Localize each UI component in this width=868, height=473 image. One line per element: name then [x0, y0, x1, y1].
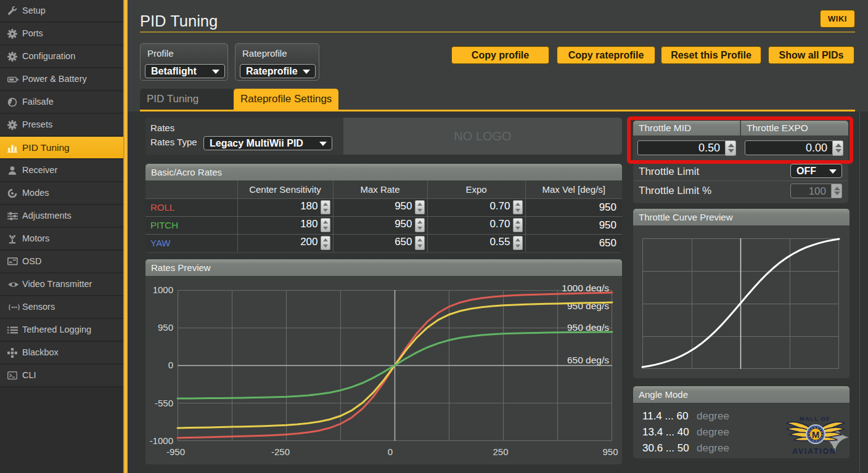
svg-text:-1000: -1000 [150, 435, 173, 446]
svg-text:0: 0 [168, 360, 173, 370]
svg-text:950: 950 [158, 322, 173, 333]
svg-text:950 deg/s: 950 deg/s [567, 322, 609, 333]
svg-text:1000: 1000 [153, 285, 173, 295]
svg-text:250: 250 [493, 447, 508, 457]
svg-text:-250: -250 [271, 447, 290, 457]
svg-text:AVIATION: AVIATION [792, 447, 837, 456]
svg-text:650 deg/s: 650 deg/s [567, 355, 609, 365]
svg-text:MALL OF: MALL OF [800, 415, 830, 422]
svg-text:-950: -950 [166, 447, 185, 457]
svg-text:950: 950 [602, 447, 618, 457]
svg-text:M: M [812, 429, 820, 440]
svg-text:0: 0 [388, 447, 393, 457]
svg-text:-550: -550 [155, 398, 173, 408]
svg-text:1000 deg/s: 1000 deg/s [562, 283, 609, 293]
